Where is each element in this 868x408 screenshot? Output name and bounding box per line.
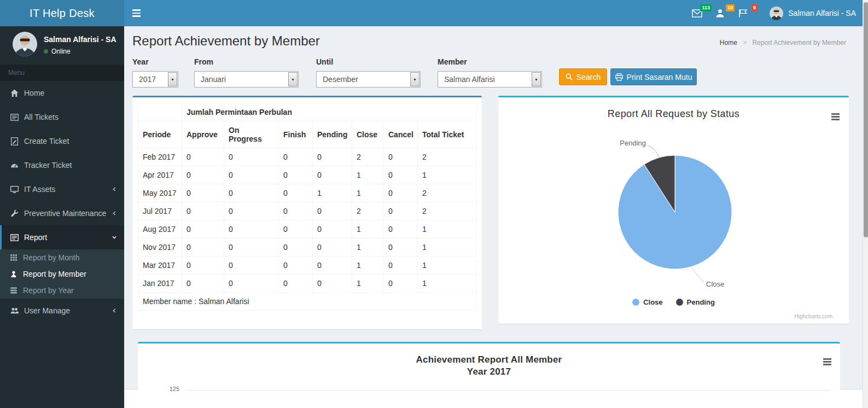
table-footer-row: Member name : Salman Alfarisi — [138, 293, 477, 311]
table-row: May 20170001102 — [138, 184, 477, 202]
from-select[interactable]: Januari ▼ — [194, 71, 299, 88]
sidebar-item-label: IT Assets — [24, 185, 55, 194]
year-select-value: 2017 — [133, 72, 167, 87]
legend-item-close[interactable]: Close — [632, 298, 662, 306]
table-cell: 2 — [352, 202, 384, 220]
pie-chart — [498, 97, 849, 325]
table-cell: 0 — [224, 202, 279, 220]
pie-slice-label-pending: Pending — [610, 139, 646, 147]
legend-label: Pending — [687, 298, 715, 306]
table-cell: 1 — [352, 220, 384, 238]
table-cell: 0 — [224, 275, 279, 293]
search-button[interactable]: Search — [559, 68, 607, 85]
dropdown-arrow-icon: ▼ — [288, 72, 298, 86]
sidebar-item-report-by-year[interactable]: Report by Year — [0, 282, 124, 299]
year-select[interactable]: 2017 ▼ — [132, 71, 178, 88]
notifications-badge: 9 — [752, 4, 758, 11]
table-cell: 0 — [224, 184, 279, 202]
sidebar-user-panel: Salman Alfarisi - SA Online — [0, 26, 124, 65]
pie-connector-close — [691, 266, 704, 282]
table-cell: 0 — [224, 238, 279, 257]
scrollbar-thumb[interactable] — [864, 2, 868, 237]
table-cell: 0 — [182, 166, 224, 184]
sidebar-item-home[interactable]: Home — [0, 81, 124, 105]
sidebar-item-report-by-member[interactable]: Report by Member — [0, 266, 124, 282]
table-cell: 0 — [313, 202, 352, 220]
pie-legend: Close Pending — [498, 298, 849, 306]
notifications-menu[interactable]: 9 — [730, 0, 755, 26]
stack-icon — [10, 287, 18, 294]
table-cell: 0 — [182, 257, 224, 275]
table-cell: 0 — [224, 166, 279, 184]
sidebar-item-tracker-ticket[interactable]: Tracker Ticket — [0, 153, 124, 177]
table-cell: 0 — [384, 184, 418, 202]
table-cell: Feb 2017 — [138, 148, 182, 166]
chart-context-menu-icon[interactable] — [823, 358, 831, 365]
sidebar-item-report[interactable]: Report — [0, 225, 124, 249]
table-cell: 0 — [182, 202, 224, 220]
table-cell: May 2017 — [138, 184, 182, 202]
sidebar-item-label: Preventive Maintenance — [24, 209, 106, 218]
chevron-left-icon — [111, 210, 118, 217]
sidebar-menu-header: Menu — [0, 65, 124, 81]
app-brand[interactable]: IT Help Desk — [0, 0, 124, 26]
monthly-request-table: Jumlah Permintaan Perbulan Periode Appro… — [138, 103, 477, 311]
avatar — [770, 7, 783, 20]
pie-series — [618, 155, 732, 269]
sidebar-item-report-by-month[interactable]: Report by Month — [0, 249, 124, 266]
sidebar-user-name: Salman Alfarisi - SA — [44, 35, 116, 44]
table-cell: 2 — [352, 148, 384, 166]
breadcrumb-current: Report Achievement by Member — [753, 39, 846, 46]
highcharts-credits[interactable]: Highcharts.com — [795, 313, 832, 319]
table-cell: 0 — [313, 148, 352, 166]
online-status-icon — [44, 49, 48, 54]
table-cell: 0 — [384, 238, 418, 257]
hamburger-icon — [132, 9, 141, 11]
online-status-label: Online — [51, 48, 71, 55]
legend-item-pending[interactable]: Pending — [676, 298, 715, 306]
breadcrumb: Home > Report Achievement by Member — [720, 39, 846, 46]
sidebar-item-it-assets[interactable]: IT Assets — [0, 177, 124, 201]
member-select-value: Salman Alfarisi — [438, 72, 531, 87]
user-status[interactable]: Online — [44, 48, 116, 55]
sidebar-item-label: Create Ticket — [24, 137, 69, 145]
avatar — [13, 32, 37, 56]
sidebar-item-preventive-maintenance[interactable]: Preventive Maintenance — [0, 201, 124, 225]
messages-menu[interactable]: 113 — [684, 0, 709, 26]
dropdown-arrow-icon: ▼ — [410, 72, 420, 86]
column-header: Cancel — [384, 121, 418, 148]
achievement-chart-title: Achievement Report All Member — [138, 354, 840, 365]
search-icon — [566, 73, 573, 80]
sidebar: Salman Alfarisi - SA Online Menu Home Al… — [0, 26, 124, 408]
sidebar-item-all-tickets[interactable]: All Tickets — [0, 105, 124, 129]
vertical-scrollbar[interactable] — [863, 0, 868, 408]
table-row: Apr 20170000101 — [138, 166, 477, 184]
sidebar-item-user-manage[interactable]: User Manage — [0, 299, 124, 323]
chevron-down-icon — [111, 234, 118, 241]
search-button-label: Search — [576, 73, 601, 81]
dropdown-arrow-icon: ▼ — [168, 72, 177, 86]
table-cell: 1 — [352, 184, 384, 202]
users-menu[interactable]: 10 — [707, 0, 732, 26]
tracker-icon — [10, 161, 19, 170]
user-icon — [715, 9, 725, 18]
member-icon — [10, 270, 18, 278]
monthly-request-table-box: Jumlah Permintaan Perbulan Periode Appro… — [132, 96, 482, 329]
table-cell: Aug 2017 — [138, 220, 182, 238]
table-cell: 0 — [384, 257, 418, 275]
member-select[interactable]: Salman Alfarisi ▼ — [438, 71, 542, 88]
table-cell: 0 — [224, 257, 279, 275]
sidebar-toggle-button[interactable] — [124, 0, 148, 26]
table-cell: 1 — [418, 275, 477, 293]
print-sasaran-mutu-button[interactable]: Print Sasaran Mutu — [610, 68, 697, 85]
table-cell: 0 — [182, 148, 224, 166]
table-cell: 0 — [313, 257, 352, 275]
user-account-menu[interactable]: Salman Alfarisi - SA — [770, 0, 856, 26]
sidebar-item-label: Report by Member — [23, 270, 86, 278]
sidebar-item-create-ticket[interactable]: Create Ticket — [0, 129, 124, 153]
until-select[interactable]: Desember ▼ — [316, 71, 421, 88]
from-label: From — [194, 57, 213, 66]
column-header: On Progress — [224, 121, 279, 148]
table-cell: 0 — [224, 220, 279, 238]
breadcrumb-home-link[interactable]: Home — [720, 39, 737, 46]
